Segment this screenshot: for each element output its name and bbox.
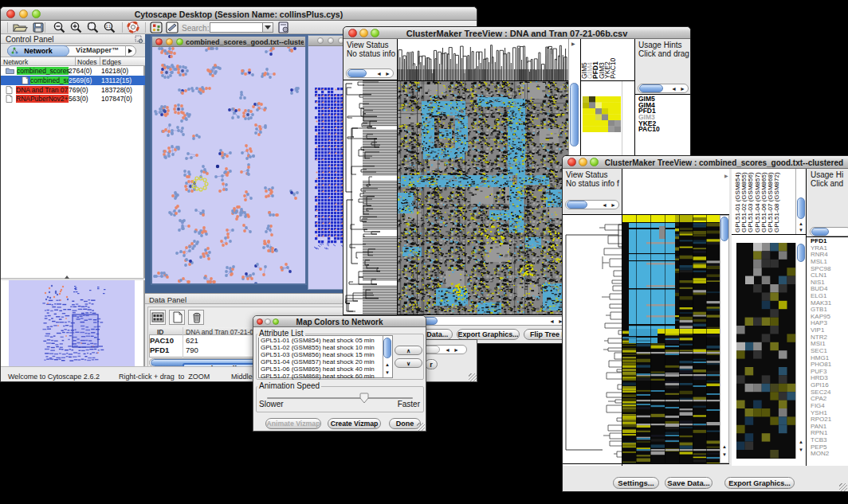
svg-text:1:1: 1:1 — [106, 25, 112, 29]
svg-text:GPL51-08 (GSM872): GPL51-08 (GSM872) — [773, 172, 780, 232]
svg-text:PAC10: PAC10 — [609, 57, 617, 79]
